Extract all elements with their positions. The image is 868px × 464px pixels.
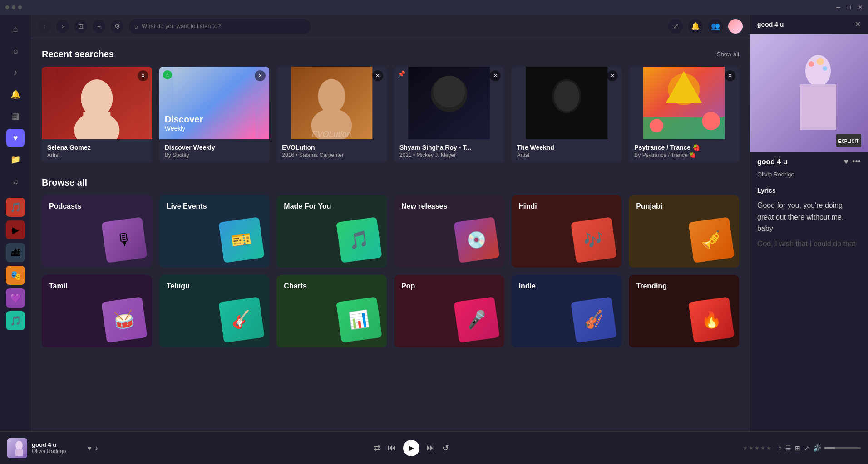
shyam-sub: 2021 • Mickey J. Meyer [399,152,499,158]
nav-settings-button[interactable]: ⚙ [111,20,123,33]
close-psytrance-button[interactable]: ✕ [725,70,735,81]
trending-label: Trending [636,282,732,290]
nav-window-button[interactable]: ⊡ [74,20,87,33]
titlebar-dot [18,5,22,9]
now-playing-info: good 4 u Olivia Rodrigo ♥ ♪ [7,438,98,458]
fullscreen-button[interactable]: ⤢ [804,444,809,452]
hindi-label: Hindi [519,202,615,210]
lyrics-dim: God, I wish that I could do that [757,238,861,250]
topnav-right: ⤢ 🔔 👥 [668,19,743,34]
recent-card-weeknd[interactable]: The Weeknd Artist ✕ [512,67,622,163]
volume-slider[interactable] [824,447,861,449]
now-playing-panel-title: good 4 u [757,21,784,28]
right-panel-header: good 4 u ✕ [750,15,868,34]
close-evolution-button[interactable]: ✕ [372,70,383,81]
svg-point-27 [823,66,827,71]
app-thumb-1[interactable]: 🎵 [6,198,25,217]
close-panel-button[interactable]: ✕ [855,20,861,29]
podcasts-art: 🎙 [101,217,148,263]
search-input[interactable] [142,23,305,29]
play-pause-button[interactable]: ▶ [403,440,419,456]
selena-info: Selena Gomez Artist [42,139,152,163]
shuffle-button[interactable]: ⇄ [374,443,380,453]
app-thumb-2[interactable]: ▶ [6,220,25,239]
browse-card-punjabi[interactable]: Punjabi 🎺 [629,195,739,268]
psytrance-info: Psytrance / Trance 🍓 By Psytrance / Tran… [629,139,739,163]
recent-card-shyam[interactable]: Shyam Singha Roy - T... 2021 • Mickey J.… [394,67,504,163]
close-button[interactable]: ✕ [858,4,863,10]
now-playing-heart-button[interactable]: ♥ [88,444,91,452]
show-all-button[interactable]: Show all [717,51,739,58]
moon-button[interactable]: ☽ [776,444,782,452]
sidebar-icon-mic[interactable]: ♪ [6,63,25,82]
maximize-button[interactable]: □ [848,4,851,10]
panel-heart-button[interactable]: ♥ [843,157,848,166]
sidebar-icon-folder[interactable]: 📁 [6,151,25,169]
discover-info: Discover Weekly By Spotify [159,139,270,163]
sidebar-icon-home[interactable]: ⌂ [6,20,25,38]
titlebar-dots [5,5,22,9]
app-thumb-6[interactable]: 🎵 [6,311,25,330]
browse-card-live-events[interactable]: Live Events 🎫 [159,195,270,268]
sidebar-icon-music[interactable]: ♫ [6,172,25,190]
pop-art: 🎤 [454,297,500,343]
nav-add-button[interactable]: + [93,20,105,33]
friends-icon[interactable]: 👥 [708,19,723,34]
browse-card-made-for-you[interactable]: Made For You 🎵 [276,195,387,268]
browse-card-podcasts[interactable]: Podcasts 🎙 [42,195,152,268]
lyrics-label: Lyrics [757,187,861,194]
telugu-label: Telugu [167,282,262,290]
recent-card-discover[interactable]: Discover Weekly ♫ Discover Weekly By Spo… [159,67,270,163]
browse-card-indie[interactable]: Indie 🎻 [512,275,622,347]
volume-fill [824,447,835,449]
previous-button[interactable]: ⏮ [388,443,396,453]
app-thumb-4[interactable]: 🎭 [6,266,25,285]
app-thumb-3[interactable]: 🏙 [6,243,25,262]
weeknd-art [512,67,622,139]
recent-card-evolution[interactable]: EVOLution EVOLution 2016 • Sabrina Carpe… [276,67,387,163]
user-avatar[interactable] [728,19,743,34]
sidebar-icon-chart[interactable]: ▦ [6,107,25,125]
panel-more-button[interactable]: ••• [852,157,861,166]
now-playing-add-button[interactable]: ♪ [95,444,98,452]
now-playing-artist: Olivia Rodrigo [32,448,83,454]
browse-card-telugu[interactable]: Telugu 🎸 [159,275,270,347]
svg-point-25 [809,61,814,67]
recent-card-psytrance[interactable]: Psytrance / Trance 🍓 By Psytrance / Tran… [629,67,739,163]
svg-point-26 [817,58,824,65]
notification-icon[interactable]: 🔔 [688,19,703,34]
browse-card-new-releases[interactable]: New releases 💿 [394,195,504,268]
nav-forward-button[interactable]: › [56,20,69,33]
browse-card-tamil[interactable]: Tamil 🥁 [42,275,152,347]
sidebar-icon-search[interactable]: ⌕ [6,42,25,60]
svg-rect-32 [15,449,23,456]
now-playing-text: good 4 u Olivia Rodrigo [32,441,83,454]
sidebar-icons: ⌂ ⌕ ♪ 🔔 ▦ ♥ 📁 ♫ 🎵 ▶ 🏙 🎭 💜 🎵 [0,15,31,431]
queue-button[interactable]: ⊞ [795,444,800,452]
browse-card-hindi[interactable]: Hindi 🎶 [512,195,622,268]
nav-back-button[interactable]: ‹ [38,20,51,33]
sidebar-icon-heart[interactable]: ♥ [6,129,25,147]
main-scroll: Recent searches Show all [31,38,750,431]
new-releases-art: 💿 [454,217,500,263]
next-button[interactable]: ⏭ [427,443,435,453]
expand-icon[interactable]: ⤢ [668,19,683,34]
close-selena-button[interactable]: ✕ [138,70,148,81]
discover-title: Discover Weekly [165,144,264,151]
svg-rect-24 [800,84,836,130]
content-area: ‹ › ⊡ + ⚙ ⌕ ⤢ 🔔 👥 Recent searches Show a… [31,15,750,431]
sidebar-icon-bell[interactable]: 🔔 [6,85,25,103]
selena-sub: Artist [47,152,147,158]
browse-card-trending[interactable]: Trending 🔥 [629,275,739,347]
now-playing-thumb [7,438,27,458]
volume-button[interactable]: 🔊 [813,444,821,452]
app-thumb-5[interactable]: 💜 [6,288,25,308]
panel-song-actions: ♥ ••• [843,157,861,166]
browse-card-charts[interactable]: Charts 📊 [276,275,387,347]
recent-card-selena[interactable]: Selena Gomez Artist ✕ [42,67,152,163]
minimize-button[interactable]: ─ [836,4,840,10]
panel-artist: Olivia Rodrigo [750,171,868,181]
browse-card-pop[interactable]: Pop 🎤 [394,275,504,347]
list-button[interactable]: ☰ [785,444,791,452]
repeat-button[interactable]: ↺ [442,443,449,453]
